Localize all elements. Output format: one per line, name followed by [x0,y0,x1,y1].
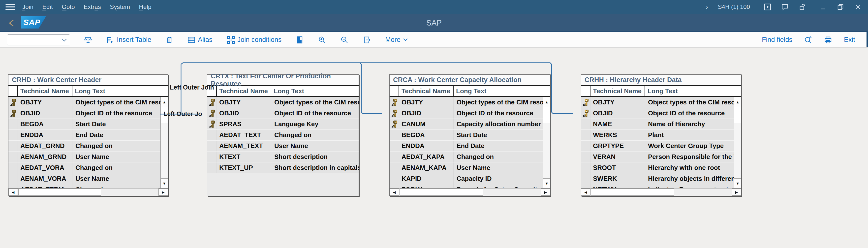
field-row-objid[interactable]: OBJIDObject ID of the resource [581,108,741,119]
field-row-objid[interactable]: OBJIDObject ID of the resource [8,108,168,119]
vertical-scrollbar[interactable]: ▲▼ [734,97,741,188]
menu-item-system[interactable]: System [110,3,130,10]
field-row-aedat_text[interactable]: AEDAT_TEXTChanged on [207,130,359,141]
table-title[interactable]: CRHH : Hierarchy Header Data [581,75,741,86]
horizontal-scrollbar[interactable]: ◀▶ [581,188,741,196]
scroll-up-button[interactable]: ▲ [161,97,168,107]
delete-button[interactable] [166,36,173,44]
scroll-right-button[interactable]: ▶ [541,188,550,196]
feedback-chat-icon[interactable] [781,3,788,11]
exit-button[interactable]: Exit [844,36,855,44]
alias-button[interactable]: Alias [187,36,213,44]
field-row-name[interactable]: NAMEName of Hierarchy [581,119,741,130]
field-row-aedat_vora[interactable]: AEDAT_VORAChanged on [8,162,168,173]
vertical-scrollbar[interactable]: ▲▼ [543,97,550,188]
field-row-fork1[interactable]: FORK1Formula for Setup Capacity Re [390,184,550,188]
find-next-button[interactable] [804,36,812,44]
field-row-endda[interactable]: ENDDAEnd Date [8,130,168,141]
join-conditions-button[interactable]: Join conditions [227,36,282,44]
insert-table-button[interactable]: Insert Table [106,36,151,44]
field-row-werks[interactable]: WERKSPlant [581,130,741,141]
scroll-left-button[interactable]: ◀ [390,188,399,196]
scroll-up-button[interactable]: ▲ [543,97,550,107]
menu-item-help[interactable]: Help [139,3,151,10]
scroll-down-button[interactable]: ▼ [734,178,741,188]
field-row-sroot[interactable]: SROOTHierarchy with one root [581,162,741,173]
technical-name-cell: ENDDA [18,130,72,141]
find-fields-button[interactable]: Find fields [762,36,793,44]
vertical-scroll-thumb[interactable] [543,107,550,123]
split-view-button[interactable] [296,36,304,44]
scroll-up-button[interactable]: ▲ [734,97,741,107]
field-row-ktext_up[interactable]: KTEXT_UPShort description in capitals [207,162,359,173]
field-row-canum[interactable]: CANUMCapacity allocation number [390,119,550,130]
field-row-objty[interactable]: OBJTYObject types of the CIM resour [390,97,550,108]
zoom-out-button[interactable] [341,36,348,44]
field-row-aenam_text[interactable]: AENAM_TEXTUser Name [207,141,359,152]
menu-item-join[interactable]: Join [22,3,33,10]
field-row-aenam_vora[interactable]: AENAM_VORAUser Name [8,173,168,184]
field-row-grptype[interactable]: GRPTYPEWork Center Group Type [581,141,741,152]
field-row-aedat_kapa[interactable]: AEDAT_KAPAChanged on [390,152,550,162]
horizontal-scroll-thumb[interactable] [18,188,101,196]
minimize-button[interactable] [819,3,827,11]
field-row-ktext[interactable]: KTEXTShort description [207,152,359,162]
horizontal-scroll-thumb[interactable] [591,188,674,196]
chevron-right-icon[interactable]: › [706,2,708,12]
restore-button[interactable] [837,3,844,11]
zoom-in-button[interactable] [318,36,326,44]
hamburger-menu-icon[interactable] [5,4,16,10]
menu-item-goto[interactable]: Goto [62,3,75,10]
table-panel-crhh[interactable]: CRHH : Hierarchy Header DataTechnical Na… [581,74,742,196]
field-row-spras[interactable]: SPRASLanguage Key [207,119,359,130]
horizontal-scroll-thumb[interactable] [400,188,483,196]
field-row-aedat_term[interactable]: AEDAT_TERMChanged on [8,184,168,188]
horizontal-scrollbar[interactable]: ◀▶ [390,188,550,196]
field-row-objty[interactable]: OBJTYObject types of the CIM resource [207,97,359,108]
technical-name-cell: NAME [590,119,645,129]
scroll-right-button[interactable]: ▶ [732,188,741,196]
field-row-aenam_kapa[interactable]: AENAM_KAPAUser Name [390,162,550,173]
vertical-scroll-thumb[interactable] [734,107,741,123]
print-button[interactable] [824,36,832,44]
scroll-down-button[interactable]: ▼ [161,178,168,188]
field-row-netwk[interactable]: NETWKIndicator: Resource structure [581,184,741,188]
gui-script-icon[interactable] [764,3,771,11]
horizontal-scrollbar[interactable]: ◀▶ [8,188,168,196]
menu-item-extras[interactable]: Extras [84,3,101,10]
field-row-objid[interactable]: OBJIDObject ID of the resource [390,108,550,119]
check-consistency-button[interactable] [84,36,92,44]
field-row-kapid[interactable]: KAPIDCapacity ID [390,173,550,184]
field-row-veran[interactable]: VERANPerson Responsible for the Wo [581,152,741,162]
field-row-objid[interactable]: OBJIDObject ID of the resource [207,108,359,119]
field-row-aenam_grnd[interactable]: AENAM_GRNDUser Name [8,152,168,162]
field-list: OBJTYObject types of the CIM resourOBJID… [581,97,741,188]
scroll-left-button[interactable]: ◀ [8,188,18,196]
long-text-cell: Changed on [72,162,168,173]
scroll-right-button[interactable]: ▶ [158,188,168,196]
field-row-begda[interactable]: BEGDAStart Date [8,119,168,130]
export-button[interactable] [363,36,371,44]
close-button[interactable] [854,3,862,11]
key-cell [8,108,18,119]
field-row-aedat_grnd[interactable]: AEDAT_GRNDChanged on [8,141,168,152]
field-row-endda[interactable]: ENDDAEnd Date [390,141,550,152]
field-row-objty[interactable]: OBJTYObject types of the CIM resour [8,97,168,108]
table-title[interactable]: CRCA : Work Center Capacity Allocation [390,75,550,86]
table-title[interactable]: CRTX : Text For Center Or Production Res… [207,75,359,86]
scroll-left-button[interactable]: ◀ [581,188,590,196]
command-combobox[interactable] [7,34,70,45]
unlock-icon[interactable] [799,3,806,11]
field-row-objty[interactable]: OBJTYObject types of the CIM resour [581,97,741,108]
table-title[interactable]: CRHD : Work Center Header [8,75,168,86]
table-panel-crhd[interactable]: CRHD : Work Center HeaderTechnical NameL… [8,74,168,196]
search-next-icon [804,36,812,44]
field-row-begda[interactable]: BEGDAStart Date [390,130,550,141]
table-panel-crca[interactable]: CRCA : Work Center Capacity AllocationTe… [390,74,551,196]
scroll-down-button[interactable]: ▼ [543,178,550,188]
menu-item-edit[interactable]: Edit [42,3,53,10]
join-line-crhd-crca-objid[interactable] [360,63,382,114]
field-row-swerk[interactable]: SWERKHierarchy objects in different pl [581,173,741,184]
table-panel-crtx[interactable]: CRTX : Text For Center Or Production Res… [207,74,359,196]
more-button[interactable]: More [385,36,408,44]
